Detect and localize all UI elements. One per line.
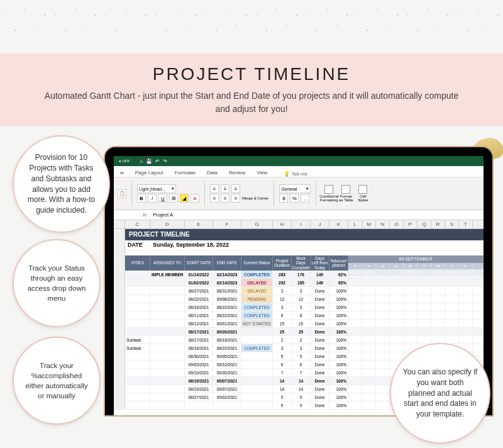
gantt-cell[interactable] — [417, 287, 431, 295]
row-header[interactable] — [114, 295, 125, 303]
column-header[interactable]: L — [348, 220, 362, 228]
cell-dl[interactable]: Done — [311, 311, 329, 319]
cell-start[interactable]: 08/17/2021 — [185, 328, 213, 335]
cell-styles-button[interactable]: Cell Styles — [355, 184, 370, 204]
cell-dur[interactable]: 14 — [273, 385, 292, 393]
row-header[interactable] — [114, 369, 125, 376]
cell-dur[interactable]: 2 — [273, 336, 292, 344]
tell-me-search[interactable]: 💡 Tell me — [284, 171, 307, 177]
cell-dur[interactable]: 3 — [273, 303, 292, 311]
ribbon-tab[interactable]: w — [119, 169, 125, 177]
cell-dur[interactable]: 8 — [273, 311, 292, 319]
cell-assigned[interactable] — [150, 311, 185, 319]
autosave-toggle[interactable]: ● OFF — [119, 159, 130, 163]
cell-assigned[interactable] — [150, 369, 185, 376]
gantt-cell[interactable] — [404, 320, 417, 328]
gantt-cell[interactable] — [459, 311, 473, 320]
cell-wd[interactable]: 14 — [292, 377, 311, 384]
gantt-cell[interactable] — [348, 393, 362, 401]
table-row[interactable]: IMPLE MEMBER 101/14/202202/14/2023COMPLE… — [114, 271, 484, 279]
cell-start[interactable]: 01/14/2022 — [185, 271, 213, 278]
cell-act[interactable] — [125, 320, 150, 327]
font-select[interactable]: Light (Head...▾ — [137, 184, 176, 193]
cell-ac[interactable]: 100% — [329, 303, 348, 311]
cell-start[interactable]: 08/19/2021 — [185, 385, 213, 393]
gantt-cell[interactable] — [348, 361, 362, 369]
border-button[interactable]: ⊞ — [169, 194, 178, 203]
align-center-button[interactable]: ≡ — [221, 194, 229, 203]
row-header[interactable] — [114, 255, 125, 271]
row-header[interactable] — [114, 320, 125, 327]
gantt-cell[interactable] — [431, 279, 445, 287]
merge-button[interactable]: Merge & Center — [242, 196, 268, 200]
gantt-cell[interactable] — [362, 385, 376, 393]
cell-ac[interactable]: 100% — [329, 295, 348, 303]
cell-dur[interactable]: 15 — [273, 320, 292, 327]
gantt-cell[interactable] — [417, 328, 431, 336]
cell-dur[interactable]: 7 — [273, 369, 292, 376]
gantt-cell[interactable] — [445, 295, 459, 303]
gantt-cell[interactable] — [376, 287, 390, 295]
gantt-cell[interactable] — [390, 344, 404, 352]
th-daysleft[interactable]: Days Left from Today — [311, 255, 329, 271]
table-row[interactable]: Subtask08/17/202108/18/202122Done100% — [114, 336, 484, 344]
th-accom[interactable]: %Accom plished — [329, 255, 348, 271]
cell-act[interactable] — [125, 361, 150, 368]
cell-start[interactable]: 08/18/2021 — [185, 344, 213, 352]
cell-start[interactable]: 08/18/2021 — [185, 303, 213, 311]
cell-ac[interactable]: 100% — [329, 328, 348, 335]
cell-end[interactable]: 09/02/2021 — [213, 393, 241, 401]
gantt-cell[interactable] — [348, 344, 362, 352]
gantt-cell[interactable] — [362, 377, 376, 385]
gantt-cell[interactable] — [404, 271, 417, 279]
cell-dur[interactable]: 5 — [273, 393, 292, 401]
gantt-cell[interactable] — [445, 271, 459, 279]
gantt-cell[interactable] — [362, 361, 376, 369]
row-header[interactable] — [114, 361, 125, 368]
cell-dur[interactable]: 12 — [273, 295, 292, 303]
cell-wd[interactable]: 5 — [292, 352, 311, 360]
row-header[interactable] — [114, 401, 125, 409]
row-header[interactable] — [114, 377, 125, 384]
cell-status[interactable]: COMPLETED — [241, 303, 273, 311]
th-start[interactable]: START DATE — [185, 255, 213, 271]
align-mid-button[interactable]: ≡ — [221, 184, 229, 193]
gantt-cell[interactable] — [390, 271, 404, 279]
cell-status[interactable] — [241, 401, 273, 409]
cell-act[interactable] — [125, 369, 150, 376]
cell-end[interactable]: 09/07/2021 — [213, 377, 241, 384]
column-header[interactable]: G — [241, 220, 273, 228]
cell-assigned[interactable] — [150, 279, 185, 286]
cell-start[interactable]: 09/03/2021 — [185, 361, 213, 368]
row-header[interactable] — [114, 393, 125, 401]
cell-end[interactable]: 08/22/2021 — [213, 311, 241, 319]
gantt-cell[interactable] — [348, 401, 362, 410]
gantt-cell[interactable] — [459, 279, 473, 287]
cell-assigned[interactable] — [150, 344, 185, 352]
cell-wd[interactable]: 2 — [292, 336, 311, 344]
th-duration[interactable]: Project Duration — [273, 255, 292, 271]
gantt-cell[interactable] — [445, 287, 459, 295]
cell-act[interactable] — [125, 377, 150, 384]
gantt-cell[interactable] — [417, 271, 431, 279]
th-workdays[interactable]: Work Days Complete — [292, 255, 311, 271]
table-row[interactable]: 08/17/202109/20/20212525Done100% — [114, 328, 484, 336]
column-header[interactable]: J — [311, 220, 329, 228]
gantt-cell[interactable] — [348, 385, 362, 393]
cell-ac[interactable]: 100% — [329, 320, 348, 327]
gantt-cell[interactable] — [348, 336, 362, 344]
cell-ac[interactable]: 100% — [329, 369, 348, 376]
gantt-cell[interactable] — [376, 320, 390, 328]
column-header[interactable]: R — [431, 220, 445, 228]
cell-dl[interactable]: Done — [311, 385, 329, 393]
gantt-cell[interactable] — [362, 344, 376, 352]
table-row[interactable]: 08/11/202108/22/2021COMPLETED88Done100% — [114, 311, 484, 320]
gantt-cell[interactable] — [459, 287, 473, 295]
cell-end[interactable]: 08/22/2021 — [213, 344, 241, 352]
gantt-cell[interactable] — [348, 369, 362, 377]
gantt-cell[interactable] — [348, 352, 362, 361]
cell-status[interactable] — [241, 328, 273, 335]
gantt-cell[interactable] — [417, 303, 431, 311]
cell-start[interactable]: 08/27/2021 — [185, 287, 213, 294]
gantt-cell[interactable] — [376, 279, 390, 287]
